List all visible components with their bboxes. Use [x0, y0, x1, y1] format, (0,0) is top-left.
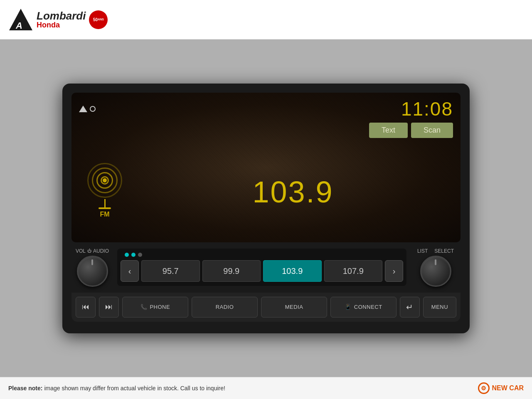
screen-topbar: 11:08 [71, 93, 461, 123]
media-label: MEDIA [285, 304, 303, 310]
power-circle: ⏻ [87, 249, 91, 253]
newcar-logo: ⚙ NEW CAR [478, 382, 524, 394]
menu-button[interactable]: MENU [423, 297, 456, 318]
dot-3 [138, 253, 142, 257]
screen-buttons[interactable]: Text Scan [71, 123, 461, 142]
prev-track-button[interactable]: ⏮ [76, 297, 96, 318]
brand-name: Lombardi [37, 10, 86, 21]
triangle-icon [79, 106, 87, 112]
fm-signal-icon [84, 166, 126, 199]
fm-icon-container: FM [84, 166, 126, 218]
audio-label: AUDIO [93, 248, 109, 254]
media-button[interactable]: MEDIA [261, 297, 327, 318]
phone-button[interactable]: 📞 PHONE [122, 297, 188, 318]
freq-next-button[interactable]: › [385, 260, 403, 282]
text-button[interactable]: Text [369, 123, 408, 138]
dot-1 [125, 253, 129, 257]
next-track-button[interactable]: ⏭ [99, 297, 119, 318]
phone-icon: 📞 [140, 304, 148, 310]
screen-icons [79, 106, 96, 112]
logo-area: A Lombardi Honda 50 ANS [8, 7, 108, 32]
frequency-number: 103.9 [252, 175, 333, 209]
footer-note-bold: Please note: [8, 385, 42, 392]
newcar-gear-icon: ⚙ [478, 382, 490, 394]
connect-button[interactable]: 📱 CONNECT [330, 297, 397, 318]
header: A Lombardi Honda 50 ANS [0, 0, 532, 39]
controls-section: VOL ⏻ AUDIO ‹ 95.7 99.9 103.9 [71, 248, 461, 287]
brand-name2: Honda [37, 21, 86, 29]
radio-label: RADIO [216, 304, 234, 310]
infotainment-screen: 11:08 Text Scan [71, 93, 461, 242]
radio-button[interactable]: RADIO [192, 297, 258, 318]
connect-label: CONNECT [354, 304, 382, 310]
select-knob-section: LIST SELECT [411, 248, 461, 287]
infotainment-unit: 11:08 Text Scan [62, 84, 470, 333]
screen-body: FM 103.9 [71, 142, 461, 242]
freq-item-4[interactable]: 107.9 [324, 260, 383, 282]
logo-icon: A [8, 7, 33, 32]
scan-button[interactable]: Scan [411, 123, 453, 138]
signal-stem [104, 199, 106, 207]
vol-label: VOL [76, 248, 86, 254]
list-label: LIST [417, 248, 428, 254]
footer: Please note: image shown may differ from… [0, 377, 532, 399]
freq-row[interactable]: ‹ 95.7 99.9 103.9 107.9 › [121, 260, 403, 282]
anniversary-badge: 50 ANS [89, 10, 108, 29]
vol-knob-section: VOL ⏻ AUDIO [71, 248, 113, 287]
select-label: SELECT [434, 248, 454, 254]
dot-2 [131, 253, 135, 257]
vol-knob[interactable] [77, 256, 108, 287]
back-button[interactable]: ↵ [400, 297, 420, 318]
footer-note-text: image shown may differ from actual vehic… [44, 385, 225, 392]
signal-base [99, 207, 111, 209]
connect-phone-icon: 📱 [345, 304, 352, 310]
frequency-display: 103.9 [138, 175, 448, 209]
screen-content: 11:08 Text Scan [71, 93, 461, 242]
phone-label: PHONE [150, 304, 170, 310]
circle-icon [90, 106, 96, 112]
clock-display: 11:08 [401, 98, 453, 120]
freq-item-3[interactable]: 103.9 [263, 260, 322, 282]
main-content: 11:08 Text Scan [0, 39, 532, 377]
signal-dot [103, 178, 107, 182]
select-knob[interactable] [420, 256, 451, 287]
right-labels: LIST SELECT [417, 248, 454, 254]
freq-prev-button[interactable]: ‹ [121, 260, 139, 282]
freq-dots [121, 253, 403, 257]
freq-item-1[interactable]: 95.7 [141, 260, 200, 282]
fm-signal-rings [84, 166, 126, 195]
freq-item-2[interactable]: 99.9 [202, 260, 261, 282]
fm-label: FM [100, 211, 109, 218]
freq-selector: ‹ 95.7 99.9 103.9 107.9 › [117, 249, 406, 286]
svg-text:A: A [15, 20, 22, 31]
newcar-label: NEW CAR [492, 384, 524, 392]
logo-text-area: Lombardi Honda [37, 10, 86, 29]
vol-label-row: VOL ⏻ AUDIO [76, 248, 109, 254]
bottom-buttons[interactable]: ⏮ ⏭ 📞 PHONE RADIO MEDIA 📱 CONNECT ↵ MENU [71, 293, 461, 322]
footer-note: Please note: image shown may differ from… [8, 385, 225, 392]
